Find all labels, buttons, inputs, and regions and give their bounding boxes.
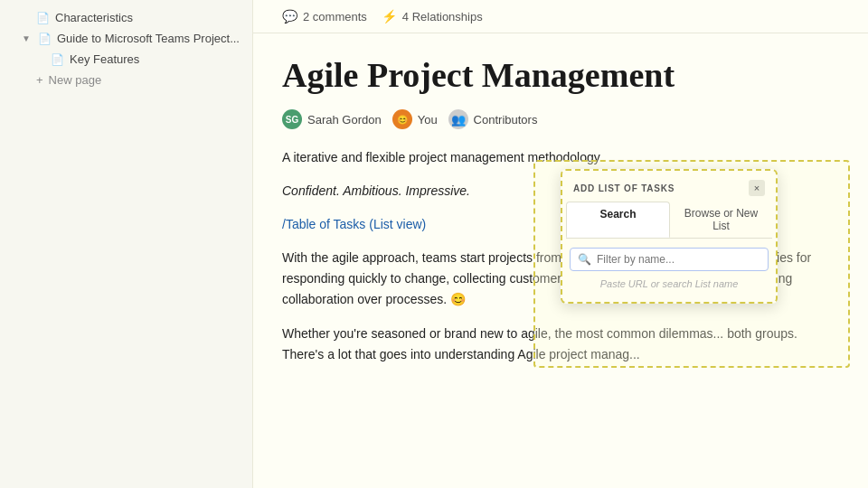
comments-button[interactable]: 💬 2 comments (282, 9, 367, 23)
page-content: Agile Project Management SG Sarah Gordon… (253, 33, 868, 399)
new-page-label: New page (49, 73, 102, 87)
close-icon: × (754, 183, 760, 193)
relationships-button[interactable]: ⚡ 4 Relationships (382, 9, 483, 23)
author-you-name: You (418, 113, 438, 127)
modal-close-button[interactable]: × (749, 180, 765, 196)
search-hint: Paste URL or search List name (570, 271, 769, 293)
avatar-sarah: SG (282, 109, 302, 129)
avatar-you: 😊 (392, 109, 412, 129)
plus-icon: + (36, 73, 43, 87)
contributors-label: Contributors (474, 113, 538, 127)
topbar: 💬 2 comments ⚡ 4 Relationships (253, 0, 868, 33)
modal-body: 🔍 Paste URL or search List name (562, 239, 776, 302)
comments-count: 2 comments (303, 10, 367, 23)
filter-input[interactable] (597, 253, 760, 266)
search-icon: 🔍 (578, 253, 591, 266)
modal-tabs: Search Browse or New List (566, 202, 772, 239)
modal-title: ADD LIST OF TASKS (573, 183, 675, 193)
author-you[interactable]: 😊 You (392, 109, 438, 129)
modal-header: ADD LIST OF TASKS × (562, 171, 776, 202)
arrow-icon: ▼ (22, 33, 31, 43)
sidebar-item-label: Guide to Microsoft Teams Project... (57, 32, 240, 45)
doc-icon: 📄 (38, 33, 52, 45)
doc-icon: 📄 (36, 12, 50, 24)
sidebar: 📄 Characteristics ▼ 📄 Guide to Microsoft… (0, 0, 253, 488)
author-sarah[interactable]: SG Sarah Gordon (282, 109, 382, 129)
doc-icon: 📄 (51, 53, 64, 66)
search-box: 🔍 (570, 248, 769, 271)
authors-row: SG Sarah Gordon 😊 You 👥 Contributors (282, 109, 839, 129)
tab-search-label: Search (599, 208, 636, 221)
page-title: Agile Project Management (282, 55, 839, 95)
sidebar-item-characteristics[interactable]: 📄 Characteristics (0, 7, 252, 28)
sidebar-item-key-features[interactable]: 📄 Key Features (0, 49, 252, 70)
sidebar-item-label: Characteristics (55, 11, 133, 24)
sidebar-item-guide-microsoft[interactable]: ▼ 📄 Guide to Microsoft Teams Project... (0, 28, 252, 49)
avatar-contributors: 👥 (448, 109, 468, 129)
link-icon: ⚡ (382, 9, 397, 23)
sidebar-item-label: Key Features (70, 52, 139, 66)
author-sarah-name: Sarah Gordon (307, 113, 382, 127)
sidebar-item-new-page[interactable]: + New page (0, 70, 252, 90)
tab-search[interactable]: Search (566, 202, 670, 238)
tab-browse-label: Browse or New List (684, 207, 758, 232)
tab-browse[interactable]: Browse or New List (670, 202, 772, 238)
add-task-list-modal: ADD LIST OF TASKS × Search Browse or New… (561, 169, 778, 304)
main-content: 💬 2 comments ⚡ 4 Relationships Agile Pro… (253, 0, 868, 488)
author-contributors[interactable]: 👥 Contributors (448, 109, 538, 129)
relationships-count: 4 Relationships (402, 10, 483, 23)
comment-icon: 💬 (282, 9, 297, 23)
